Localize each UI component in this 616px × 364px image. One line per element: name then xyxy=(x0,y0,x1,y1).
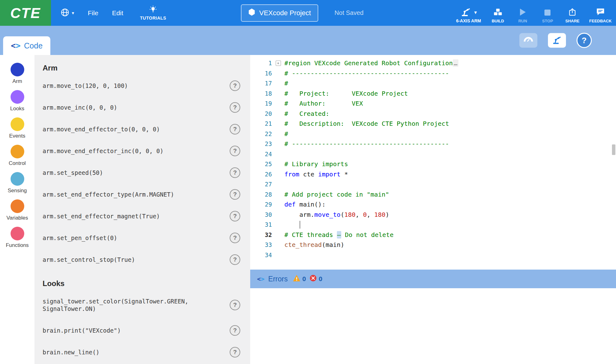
category-looks[interactable]: Looks xyxy=(0,87,34,115)
menu-file[interactable]: File xyxy=(88,9,99,17)
code-line[interactable]: 18# Project: VEXcode Project xyxy=(250,89,616,99)
cte-logo[interactable]: CTE xyxy=(0,0,51,26)
code-line[interactable]: 16# ------------------------------------… xyxy=(250,68,616,79)
code-line[interactable]: 20# Created: xyxy=(250,109,616,119)
command-text[interactable]: arm.set_speed(50) xyxy=(43,169,224,176)
command-item[interactable]: brain.new_line()? xyxy=(34,341,250,363)
command-help-button[interactable]: ? xyxy=(230,80,240,91)
command-item[interactable]: signal_tower.set_color(SignalTower.GREEN… xyxy=(34,290,250,320)
command-text[interactable]: arm.move_inc(0, 0, 0) xyxy=(43,104,224,111)
command-item[interactable]: arm.set_control_stop(True)? xyxy=(34,249,250,271)
code-line[interactable]: 31 xyxy=(250,220,616,230)
run-button[interactable]: RUN xyxy=(515,8,531,23)
command-text[interactable]: brain.new_line() xyxy=(43,348,224,356)
code-line[interactable]: 23# ------------------------------------… xyxy=(250,139,616,149)
error-count: 0 xyxy=(319,275,322,283)
command-text[interactable]: arm.move_end_effector_to(0, 0, 0) xyxy=(43,125,224,133)
share-button[interactable]: SHARE xyxy=(564,8,581,23)
command-help-button[interactable]: ? xyxy=(230,347,240,357)
command-help-button[interactable]: ? xyxy=(230,167,240,178)
command-help-button[interactable]: ? xyxy=(230,325,240,336)
command-text[interactable]: arm.set_end_effector_magnet(True) xyxy=(43,212,224,220)
device-view-button[interactable] xyxy=(548,33,566,48)
command-help-button[interactable]: ? xyxy=(230,102,240,113)
command-item[interactable]: arm.set_speed(50)? xyxy=(34,162,250,184)
command-item[interactable]: arm.move_to(120, 0, 100)? xyxy=(34,75,250,97)
command-item[interactable]: arm.move_inc(0, 0, 0)? xyxy=(34,97,250,118)
command-help-button[interactable]: ? xyxy=(230,124,240,134)
category-control[interactable]: Control xyxy=(0,142,34,169)
menu-edit[interactable]: Edit xyxy=(112,9,123,17)
command-item[interactable]: arm.move_end_effector_to(0, 0, 0)? xyxy=(34,118,250,140)
feedback-button[interactable]: FEEDBACK xyxy=(589,8,612,23)
command-text[interactable]: arm.move_end_effector_inc(0, 0, 0) xyxy=(43,147,224,155)
category-arm[interactable]: Arm xyxy=(0,60,34,87)
code-text: # xyxy=(284,130,288,138)
command-item[interactable]: arm.move_end_effector_inc(0, 0, 0)? xyxy=(34,140,250,162)
command-text[interactable]: brain.print("VEXcode") xyxy=(43,327,224,334)
command-text[interactable]: signal_tower.set_color(SignalTower.GREEN… xyxy=(43,298,224,312)
code-line[interactable]: 34 xyxy=(250,250,616,260)
category-circle[interactable] xyxy=(11,172,24,186)
code-line[interactable]: 21# Description: VEXcode CTE Python Proj… xyxy=(250,119,616,129)
share-label: SHARE xyxy=(565,19,580,23)
fold-expand-icon[interactable]: + xyxy=(276,61,281,66)
help-button[interactable]: ? xyxy=(577,33,592,48)
command-help-button[interactable]: ? xyxy=(230,211,240,221)
code-line[interactable]: 33cte_thread(main) xyxy=(250,240,616,250)
command-help-button[interactable]: ? xyxy=(230,189,240,200)
command-item[interactable]: arm.set_pen_offset(0)? xyxy=(34,227,250,249)
category-circle[interactable] xyxy=(11,145,24,158)
stop-square-icon xyxy=(544,9,551,17)
stop-label: STOP xyxy=(542,19,553,23)
device-selector[interactable]: ▾ 6-AXIS ARM xyxy=(456,7,481,23)
code-line[interactable]: 29def main(): xyxy=(250,199,616,210)
category-circle[interactable] xyxy=(11,63,24,76)
language-menu[interactable]: ▾ xyxy=(60,8,74,18)
stop-button[interactable]: STOP xyxy=(540,9,556,23)
command-item[interactable]: brain.print("VEXcode")? xyxy=(34,320,250,341)
command-help-button[interactable]: ? xyxy=(230,146,240,156)
errors-panel-header[interactable]: <> Errors 0 xyxy=(250,270,616,288)
dashboard-button[interactable] xyxy=(519,33,537,48)
command-help-button[interactable]: ? xyxy=(230,233,240,243)
code-line[interactable]: 1+#region VEXcode Generated Robot Config… xyxy=(250,58,616,68)
build-button[interactable]: BUILD xyxy=(490,8,506,23)
code-line[interactable]: 32# CTE threads — Do not delete xyxy=(250,230,616,240)
command-text[interactable]: arm.set_end_effector_type(Arm.MAGNET) xyxy=(43,191,224,198)
command-help-button[interactable]: ? xyxy=(230,254,240,265)
category-variables[interactable]: Variables xyxy=(0,197,34,224)
line-number: 21 xyxy=(250,120,272,127)
category-sensing[interactable]: Sensing xyxy=(0,169,34,197)
command-help-button[interactable]: ? xyxy=(230,300,240,310)
code-line[interactable]: 26from cte import * xyxy=(250,169,616,180)
code-line[interactable]: 17# xyxy=(250,78,616,89)
command-item[interactable]: arm.set_end_effector_type(Arm.MAGNET)? xyxy=(34,184,250,205)
line-number: 30 xyxy=(250,211,272,218)
category-circle[interactable] xyxy=(11,117,24,131)
tutorials-button[interactable]: TUTORIALS xyxy=(140,5,166,20)
category-circle[interactable] xyxy=(11,90,24,104)
line-number: 26 xyxy=(250,171,272,178)
command-text[interactable]: arm.move_to(120, 0, 100) xyxy=(43,82,224,89)
code-line[interactable]: 30 arm.move_to(180, 0, 180) xyxy=(250,210,616,220)
fold-gutter[interactable]: + xyxy=(272,61,284,66)
tab-code[interactable]: <> Code xyxy=(3,36,50,55)
code-line[interactable]: 27 xyxy=(250,179,616,189)
project-name-button[interactable]: VEXcode Project xyxy=(241,4,318,22)
category-events[interactable]: Events xyxy=(0,115,34,142)
code-line[interactable]: 25# Library imports xyxy=(250,159,616,169)
command-text[interactable]: arm.set_control_stop(True) xyxy=(43,256,224,263)
editor-scrollbar[interactable] xyxy=(612,144,615,155)
code-line[interactable]: 19# Author: VEX xyxy=(250,98,616,109)
command-item[interactable]: arm.set_end_effector_magnet(True)? xyxy=(34,205,250,227)
category-label: Events xyxy=(9,133,25,139)
command-text[interactable]: arm.set_pen_offset(0) xyxy=(43,234,224,242)
code-line[interactable]: 28# Add project code in "main" xyxy=(250,189,616,200)
category-functions[interactable]: Functions xyxy=(0,224,34,251)
code-lines[interactable]: 1+#region VEXcode Generated Robot Config… xyxy=(250,55,616,270)
code-line[interactable]: 24 xyxy=(250,149,616,159)
code-line[interactable]: 22# xyxy=(250,129,616,139)
category-circle[interactable] xyxy=(11,199,24,213)
category-circle[interactable] xyxy=(11,227,24,240)
